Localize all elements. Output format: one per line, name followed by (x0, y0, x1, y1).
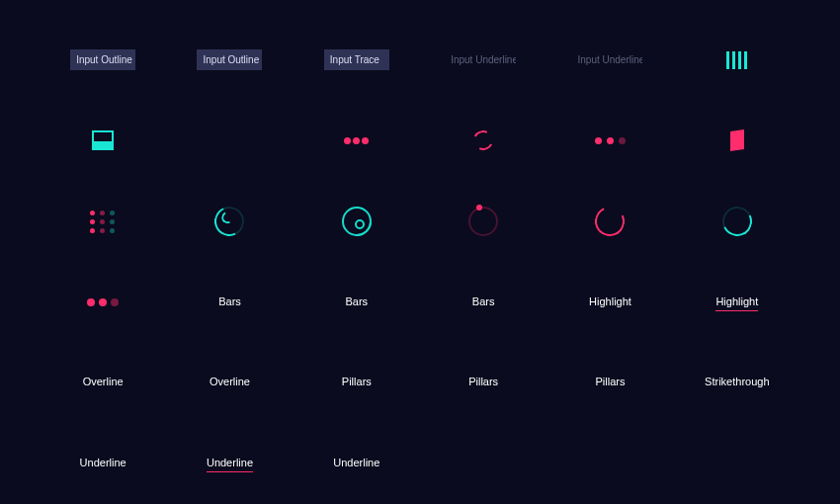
three-dots-icon (87, 298, 119, 306)
underline-link[interactable]: Underline (333, 457, 379, 470)
bars-link[interactable]: Bars (346, 295, 369, 309)
strikethrough-link[interactable]: Strikethrough (705, 376, 769, 389)
bars-icon (726, 51, 747, 69)
highlight-link[interactable]: Highlight (715, 295, 758, 309)
input-underline[interactable]: Input Underline (577, 54, 642, 65)
highlight-link[interactable]: Highlight (589, 295, 631, 309)
input-outline[interactable]: Input Outline (70, 49, 135, 70)
pillars-link[interactable]: Pillars (342, 376, 372, 389)
three-dots-fade-icon (595, 137, 626, 144)
ring-radar-icon (342, 207, 372, 236)
underline-link[interactable]: Underline (80, 457, 126, 470)
ring-partial-icon (718, 203, 756, 240)
bars-link[interactable]: Bars (218, 295, 241, 309)
spinner-arcs-icon (473, 130, 493, 150)
screen-icon (92, 130, 114, 150)
pillars-link[interactable]: Pillars (468, 376, 498, 389)
three-dots-icon (344, 137, 369, 144)
pillars-link[interactable]: Pillars (596, 376, 626, 389)
input-trace[interactable]: Input Trace (324, 49, 389, 70)
ring-orbit-icon (468, 207, 498, 236)
dot-grid-icon (90, 210, 116, 233)
underline-link[interactable]: Underline (207, 457, 253, 470)
input-underline[interactable]: Input Underline (451, 54, 516, 65)
flag-icon (730, 130, 744, 152)
input-outline[interactable]: Input Outline (197, 49, 262, 70)
overline-link[interactable]: Overline (83, 376, 124, 389)
ring-arc-icon (591, 203, 629, 240)
overline-link[interactable]: Overline (210, 376, 250, 389)
bars-link[interactable]: Bars (472, 295, 495, 309)
ring-progress-icon (210, 203, 248, 240)
